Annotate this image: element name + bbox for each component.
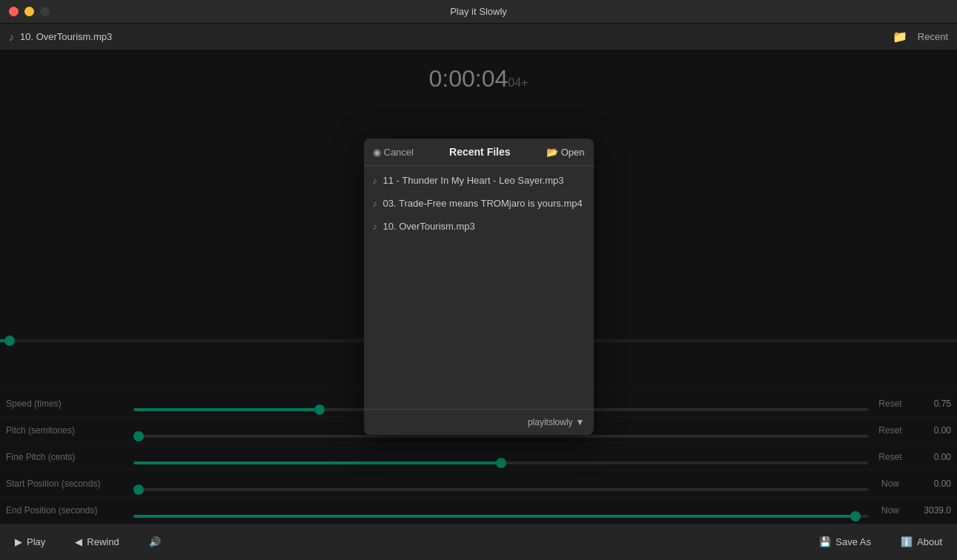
file-item[interactable]: ♪ 11 - Thunder In My Heart - Leo Sayer.m… bbox=[364, 169, 594, 192]
rewind-button[interactable]: ◀ Rewind bbox=[60, 524, 133, 560]
profile-label: playitslowly bbox=[528, 417, 573, 427]
open-folder-button[interactable]: 📁 bbox=[888, 28, 912, 45]
file-audio-icon: ♪ bbox=[373, 199, 377, 209]
bottom-toolbar: ▶ Play ◀ Rewind 🔊 💾 Save As ℹ️ About bbox=[0, 523, 957, 560]
volume-button[interactable]: 🔊 bbox=[134, 524, 176, 560]
close-button[interactable] bbox=[9, 7, 19, 16]
file-item-name: 03. Trade-Free means TROMjaro is yours.m… bbox=[383, 198, 583, 209]
file-audio-icon: ♪ bbox=[373, 221, 377, 232]
modal-title: Recent Files bbox=[420, 146, 540, 158]
maximize-button[interactable] bbox=[40, 7, 50, 16]
about-button[interactable]: ℹ️ About bbox=[886, 524, 957, 560]
profile-button[interactable]: playitslowly ▼ bbox=[528, 417, 585, 427]
current-filename: 10. OverTourism.mp3 bbox=[20, 31, 882, 42]
cancel-icon: ◉ bbox=[373, 147, 381, 158]
app-title: Play it Slowly bbox=[450, 6, 507, 17]
rewind-label: Rewind bbox=[87, 536, 119, 547]
rewind-icon: ◀ bbox=[75, 536, 82, 547]
dropdown-icon: ▼ bbox=[576, 417, 585, 427]
save-as-label: Save As bbox=[835, 536, 871, 547]
about-label: About bbox=[917, 536, 942, 547]
file-item-name: 10. OverTourism.mp3 bbox=[383, 221, 475, 232]
titlebar: Play it Slowly bbox=[0, 0, 957, 24]
file-audio-icon: ♪ bbox=[373, 176, 377, 186]
file-item-name: 11 - Thunder In My Heart - Leo Sayer.mp3 bbox=[383, 175, 564, 186]
modal-footer: playitslowly ▼ bbox=[364, 409, 594, 435]
play-button[interactable]: ▶ Play bbox=[0, 524, 60, 560]
minimize-button[interactable] bbox=[24, 7, 34, 16]
open-label: Open bbox=[561, 147, 585, 158]
recent-button[interactable]: Recent bbox=[918, 31, 948, 42]
file-item[interactable]: ♪ 10. OverTourism.mp3 bbox=[364, 215, 594, 238]
main-area: 0:00:0404+ Speed (times) Reset 0.75 Pitc… bbox=[0, 50, 957, 523]
open-folder-icon: 📂 bbox=[546, 147, 558, 158]
filebar: ♪ 10. OverTourism.mp3 📁 Recent bbox=[0, 24, 957, 50]
open-button[interactable]: 📂 Open bbox=[546, 147, 585, 158]
file-item[interactable]: ♪ 03. Trade-Free means TROMjaro is yours… bbox=[364, 192, 594, 215]
save-as-icon: 💾 bbox=[819, 536, 831, 547]
modal-header: ◉ Cancel Recent Files 📂 Open bbox=[364, 139, 594, 166]
cancel-button[interactable]: ◉ Cancel bbox=[373, 147, 414, 158]
files-list: ♪ 11 - Thunder In My Heart - Leo Sayer.m… bbox=[364, 166, 594, 409]
play-icon: ▶ bbox=[15, 536, 22, 547]
about-icon: ℹ️ bbox=[901, 536, 913, 547]
cancel-label: Cancel bbox=[384, 147, 414, 158]
volume-icon: 🔊 bbox=[149, 536, 161, 547]
play-label: Play bbox=[27, 536, 45, 547]
window-controls bbox=[9, 7, 50, 16]
save-as-button[interactable]: 💾 Save As bbox=[804, 524, 886, 560]
recent-files-modal: ◉ Cancel Recent Files 📂 Open ♪ 11 - Thun… bbox=[364, 139, 594, 435]
modal-overlay: ◉ Cancel Recent Files 📂 Open ♪ 11 - Thun… bbox=[0, 50, 957, 523]
file-icon: ♪ bbox=[9, 31, 14, 43]
